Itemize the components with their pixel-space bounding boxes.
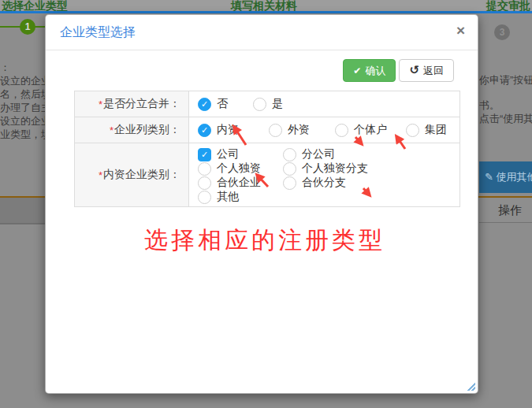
background-panel bbox=[0, 198, 45, 224]
option-label: 个人独资分支 bbox=[302, 161, 368, 176]
option-label: 个人独资 bbox=[217, 161, 261, 176]
field-label: *企业列类别： bbox=[75, 117, 189, 143]
checkbox-icon[interactable]: ✓ bbox=[198, 148, 211, 161]
form-row-domestic-type: *内资企业类别： ✓公司 ✓分公司 ✓个人独资 ✓个人独资分支 ✓合伙企业 ✓合… bbox=[75, 143, 459, 206]
radio-icon[interactable]: ✓ bbox=[269, 124, 282, 137]
confirm-button[interactable]: ✔确认 bbox=[343, 59, 396, 82]
radio-icon[interactable]: ✓ bbox=[335, 124, 348, 137]
radio-icon[interactable]: ✓ bbox=[283, 162, 296, 176]
option-label: 分公司 bbox=[302, 147, 335, 161]
field-label-text: 内资企业类别： bbox=[103, 168, 180, 182]
option-label: 集团 bbox=[425, 123, 447, 137]
enterprise-type-dialog: 企业类型选择 × ✔确认 ↺返回 *是否分立合并： ✓否 ✓是 *企业列类别： … bbox=[45, 14, 478, 394]
option-label: 其他 bbox=[217, 190, 239, 204]
option-label: 个体户 bbox=[354, 123, 387, 137]
option-label: 否 bbox=[217, 97, 228, 111]
radio-option-foreign[interactable]: ✓外资 bbox=[269, 123, 335, 137]
resize-handle[interactable] bbox=[467, 382, 475, 391]
wizard-step-bar: 选择企业类型 填写相关材料 提交审批 bbox=[0, 0, 532, 11]
check-icon: ✔ bbox=[353, 65, 361, 76]
use-other-name-label: 使用其他 bbox=[497, 171, 532, 183]
enterprise-type-form: *是否分立合并： ✓否 ✓是 *企业列类别： ✓内资 ✓外资 ✓个体户 ✓集团 … bbox=[74, 91, 460, 207]
required-mark: * bbox=[99, 98, 102, 110]
radio-option-sole-proprietorship[interactable]: ✓个人独资 bbox=[198, 161, 283, 176]
radio-icon[interactable]: ✓ bbox=[198, 176, 211, 190]
undo-icon: ↺ bbox=[409, 63, 419, 77]
edit-icon: ✎ bbox=[485, 171, 493, 183]
radio-option-sole-proprietorship-branch[interactable]: ✓个人独资分支 bbox=[283, 161, 459, 176]
option-label: 合伙分支 bbox=[302, 176, 346, 190]
background-notice-text-right: 书。 点击“使用其他 bbox=[479, 98, 532, 125]
radio-icon[interactable]: ✓ bbox=[406, 124, 419, 137]
radio-option-yes[interactable]: ✓是 bbox=[253, 97, 308, 111]
field-label-text: 企业列类别： bbox=[114, 123, 180, 137]
background-notice-text-left: ： 设立的企业类 名，然后填写 办理了自主核 设立的企业类 业类型，填写 bbox=[0, 61, 45, 141]
option-label: 公司 bbox=[217, 147, 239, 161]
dialog-title: 企业类型选择 bbox=[60, 15, 136, 50]
radio-icon[interactable]: ✓ bbox=[253, 98, 266, 111]
radio-option-individual[interactable]: ✓个体户 bbox=[335, 123, 406, 137]
wizard-step-badge-1: 1 bbox=[20, 19, 35, 35]
notice-line: 业类型，填写 bbox=[0, 128, 45, 141]
field-options: ✓内资 ✓外资 ✓个体户 ✓集团 bbox=[189, 117, 459, 143]
back-button[interactable]: ↺返回 bbox=[399, 59, 454, 82]
back-button-label: 返回 bbox=[423, 64, 444, 78]
required-mark: * bbox=[99, 169, 102, 181]
form-row-enterprise-category: *企业列类别： ✓内资 ✓外资 ✓个体户 ✓集团 bbox=[75, 117, 459, 143]
option-label: 内资 bbox=[217, 123, 239, 137]
domestic-type-grid: ✓公司 ✓分公司 ✓个人独资 ✓个人独资分支 ✓合伙企业 ✓合伙分支 ✓其他 bbox=[198, 147, 459, 204]
radio-icon[interactable]: ✓ bbox=[283, 148, 296, 161]
field-label: *内资企业类别： bbox=[75, 143, 189, 206]
notice-line: 设立的企业类 bbox=[0, 114, 45, 128]
option-label: 合伙企业 bbox=[217, 176, 261, 190]
tick-icon: ✓ bbox=[201, 126, 208, 135]
field-options: ✓公司 ✓分公司 ✓个人独资 ✓个人独资分支 ✓合伙企业 ✓合伙分支 ✓其他 bbox=[189, 143, 459, 206]
required-mark: * bbox=[110, 124, 113, 136]
use-other-name-button: ✎ 使用其他 bbox=[479, 161, 532, 193]
background-notice-text-right: 你申请”按钮 bbox=[479, 73, 532, 87]
radio-icon[interactable]: ✓ bbox=[198, 162, 211, 176]
notice-line: 设立的企业类 bbox=[0, 74, 45, 87]
close-icon[interactable]: × bbox=[456, 22, 465, 39]
radio-option-group[interactable]: ✓集团 bbox=[406, 123, 447, 137]
notice-line: 点击“使用其他 bbox=[479, 112, 532, 125]
field-options: ✓否 ✓是 bbox=[189, 91, 459, 117]
tick-icon: ✓ bbox=[201, 150, 208, 159]
page: 选择企业类型 填写相关材料 提交审批 1 3 ： 设立的企业类 名，然后填写 办… bbox=[0, 0, 532, 408]
form-row-split-merge: *是否分立合并： ✓否 ✓是 bbox=[75, 91, 459, 117]
radio-option-partnership[interactable]: ✓合伙企业 bbox=[198, 176, 283, 190]
field-label: *是否分立合并： bbox=[75, 91, 189, 117]
dialog-header: 企业类型选择 × bbox=[46, 15, 478, 50]
dialog-actions: ✔确认 ↺返回 bbox=[343, 59, 454, 82]
notice-line: ： bbox=[0, 61, 45, 74]
field-label-text: 是否分立合并： bbox=[103, 97, 180, 111]
checkbox-option-company[interactable]: ✓公司 bbox=[198, 147, 283, 161]
tick-icon: ✓ bbox=[201, 100, 208, 109]
annotation-text: 选择相应的注册类型 bbox=[144, 224, 385, 257]
wizard-step-badge-3: 3 bbox=[494, 24, 510, 40]
radio-option-no[interactable]: ✓否 bbox=[198, 97, 253, 111]
radio-icon[interactable]: ✓ bbox=[198, 98, 211, 111]
operations-column-header: 操作 bbox=[479, 198, 532, 223]
top-blue-divider bbox=[0, 11, 532, 13]
radio-option-partnership-branch[interactable]: ✓合伙分支 bbox=[283, 176, 459, 190]
radio-icon[interactable]: ✓ bbox=[198, 191, 211, 204]
radio-option-branch-company[interactable]: ✓分公司 bbox=[283, 147, 459, 161]
radio-option-other[interactable]: ✓其他 bbox=[198, 190, 283, 204]
notice-line: 书。 bbox=[479, 98, 532, 112]
radio-option-domestic[interactable]: ✓内资 bbox=[198, 123, 269, 137]
option-label: 是 bbox=[272, 97, 283, 111]
option-label: 外资 bbox=[288, 123, 310, 137]
notice-line: 你申请”按钮 bbox=[479, 73, 532, 87]
notice-line: 办理了自主核 bbox=[0, 101, 45, 114]
radio-icon[interactable]: ✓ bbox=[198, 124, 211, 137]
radio-icon[interactable]: ✓ bbox=[283, 176, 296, 190]
notice-line: 名，然后填写 bbox=[0, 87, 45, 101]
confirm-button-label: 确认 bbox=[365, 64, 385, 78]
